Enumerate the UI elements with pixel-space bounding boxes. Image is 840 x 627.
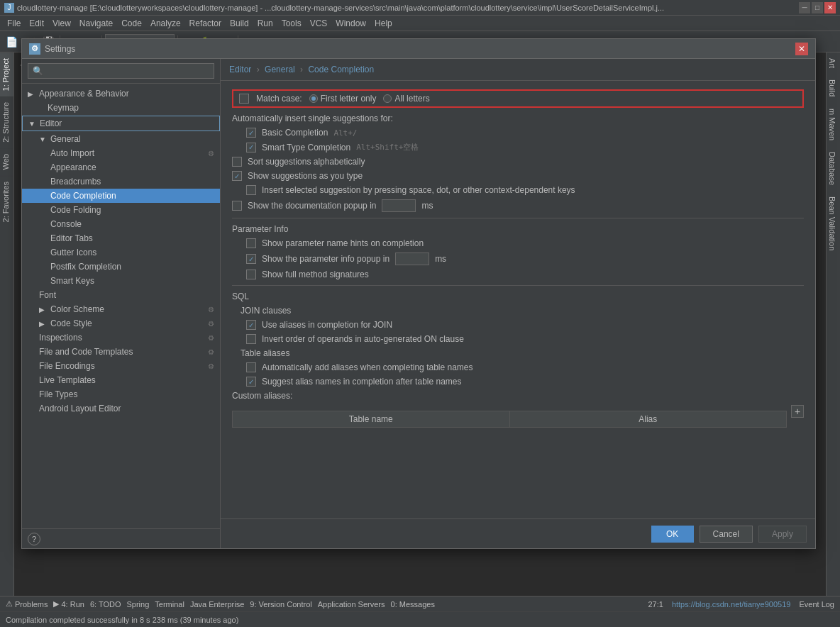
radio-all-letters[interactable]: [383, 94, 392, 103]
close-button[interactable]: ✕: [824, 2, 836, 13]
minimize-button[interactable]: ─: [799, 2, 810, 13]
tree-label: Postfix Completion: [50, 262, 121, 272]
apply-button[interactable]: Apply: [758, 526, 807, 543]
tree-item-font[interactable]: Font: [22, 288, 220, 302]
dialog-close-button[interactable]: ✕: [795, 43, 808, 55]
menu-item-build[interactable]: Build: [226, 17, 253, 30]
smart-completion-checkbox[interactable]: [246, 143, 256, 152]
run-item[interactable]: ▶ 4: Run: [53, 599, 84, 609]
add-alias-button[interactable]: +: [791, 405, 804, 418]
version-control-item[interactable]: 9: Version Control: [250, 600, 311, 609]
spring-item[interactable]: Spring: [127, 600, 150, 609]
show-popup-checkbox[interactable]: [246, 254, 256, 264]
menu-item-run[interactable]: Run: [253, 17, 277, 30]
ide-title-bar: J cloudlottery-manage [E:\cloudlotterywo…: [0, 0, 840, 16]
menu-item-window[interactable]: Window: [331, 17, 370, 30]
tree-item-editor[interactable]: ▼ Editor: [22, 116, 220, 131]
show-as-type-checkbox[interactable]: [232, 171, 242, 181]
tree-label: Live Templates: [39, 375, 96, 385]
menu-item-tools[interactable]: Tools: [277, 17, 306, 30]
radio-first-letter[interactable]: [309, 94, 318, 103]
settings-dialog: ⚙ Settings ✕ ▶ Appearance & Behavior Key…: [21, 38, 816, 549]
tree-item-console[interactable]: Console: [22, 217, 220, 231]
ok-button[interactable]: OK: [651, 526, 694, 543]
tree-item-inspections[interactable]: Inspections ⚙: [22, 331, 220, 345]
tree-item-keymap[interactable]: Keymap: [22, 101, 220, 115]
menu-item-file[interactable]: File: [3, 17, 25, 30]
match-case-checkbox[interactable]: [239, 94, 249, 104]
menu-item-navigate[interactable]: Navigate: [75, 17, 117, 30]
suggest-alias-checkbox[interactable]: [246, 377, 256, 387]
basic-completion-label: Basic Completion: [262, 128, 328, 138]
tree-item-file-code-templates[interactable]: File and Code Templates ⚙: [22, 345, 220, 359]
tree-item-live-templates[interactable]: Live Templates: [22, 373, 220, 387]
tree-item-breadcrumbs[interactable]: Breadcrumbs: [22, 174, 220, 189]
tree-label: General: [50, 134, 81, 144]
menu-item-vcs[interactable]: VCS: [306, 17, 332, 30]
doc-popup-unit: ms: [421, 201, 433, 211]
dialog-title-bar: ⚙ Settings ✕: [22, 39, 815, 59]
tree-item-auto-import[interactable]: Auto Import ⚙: [22, 146, 220, 160]
art-tab[interactable]: Art: [827, 52, 840, 74]
doc-popup-value[interactable]: 1000: [382, 199, 416, 212]
use-aliases-checkbox[interactable]: [246, 320, 256, 330]
auto-add-aliases-checkbox[interactable]: [246, 362, 256, 372]
toolbar-new-btn[interactable]: 📄: [3, 34, 20, 50]
todo-item[interactable]: 6: TODO: [90, 600, 121, 609]
tree-item-file-types[interactable]: File Types: [22, 387, 220, 401]
tree-item-code-style[interactable]: ▶ Code Style ⚙: [22, 316, 220, 331]
terminal-label: Terminal: [155, 600, 184, 609]
menu-item-help[interactable]: Help: [370, 17, 397, 30]
doc-popup-checkbox[interactable]: [232, 201, 242, 211]
menu-item-refactor[interactable]: Refactor: [185, 17, 226, 30]
favorites-tab[interactable]: 2: Favorites: [0, 176, 13, 228]
show-popup-value[interactable]: 1000: [395, 253, 429, 265]
tree-item-android-layout[interactable]: Android Layout Editor: [22, 401, 220, 416]
tree-item-appearance-behavior[interactable]: ▶ Appearance & Behavior: [22, 87, 220, 101]
tree-item-color-scheme[interactable]: ▶ Color Scheme ⚙: [22, 302, 220, 316]
menu-item-analyze[interactable]: Analyze: [146, 17, 185, 30]
dialog-body: ▶ Appearance & Behavior Keymap ▼ Editor …: [22, 59, 815, 548]
insert-on-space-checkbox[interactable]: [246, 185, 256, 195]
tree-item-postfix-completion[interactable]: Postfix Completion: [22, 260, 220, 274]
tree-item-gutter-icons[interactable]: Gutter Icons: [22, 245, 220, 260]
bean-validation-tab[interactable]: Bean Validation: [827, 191, 840, 256]
basic-completion-checkbox[interactable]: [246, 128, 256, 138]
web-tab[interactable]: Web: [0, 148, 13, 175]
tree-item-smart-keys[interactable]: Smart Keys: [22, 274, 220, 288]
database-tab[interactable]: Database: [827, 146, 840, 191]
tree-item-code-folding[interactable]: Code Folding: [22, 203, 220, 217]
maximize-button[interactable]: □: [812, 2, 823, 13]
messages-item[interactable]: 0: Messages: [391, 600, 435, 609]
invert-order-checkbox[interactable]: [246, 334, 256, 344]
insert-on-space-label: Insert selected suggestion by pressing s…: [262, 185, 575, 195]
tree-label: Appearance & Behavior: [39, 89, 129, 99]
tree-item-editor-tabs[interactable]: Editor Tabs: [22, 231, 220, 245]
maven-tab[interactable]: m Maven: [827, 103, 840, 146]
show-full-signatures-checkbox[interactable]: [246, 270, 256, 279]
search-input[interactable]: [28, 63, 214, 79]
menu-item-edit[interactable]: Edit: [25, 17, 48, 30]
cancel-button[interactable]: Cancel: [700, 526, 753, 543]
event-log-item[interactable]: Event Log: [799, 600, 834, 609]
help-button[interactable]: ?: [28, 533, 40, 545]
tree-item-appearance[interactable]: Appearance: [22, 160, 220, 174]
tree-item-code-completion[interactable]: Code Completion: [22, 189, 220, 203]
tree-item-general[interactable]: ▼ General: [22, 132, 220, 146]
build-tab[interactable]: Build: [827, 74, 840, 102]
show-hints-checkbox[interactable]: [246, 238, 256, 248]
problems-item[interactable]: ⚠ Problems: [6, 599, 48, 609]
menu-item-code[interactable]: Code: [117, 17, 146, 30]
tree-label: Console: [50, 219, 82, 229]
config-icon3: ⚙: [208, 320, 214, 328]
sort-alphabetically-checkbox[interactable]: [232, 157, 242, 167]
app-servers-item[interactable]: Application Servers: [318, 600, 385, 609]
menu-item-view[interactable]: View: [48, 17, 75, 30]
structure-tab[interactable]: 2: Structure: [0, 96, 13, 148]
project-tab[interactable]: 1: Project: [0, 52, 13, 96]
java-enterprise-item[interactable]: Java Enterprise: [190, 600, 244, 609]
tree-item-file-encodings[interactable]: File Encodings ⚙: [22, 359, 220, 373]
terminal-item[interactable]: Terminal: [155, 600, 184, 609]
settings-content: Editor › General › Code Completion Match…: [221, 59, 815, 548]
tree-label: Android Layout Editor: [39, 404, 121, 414]
